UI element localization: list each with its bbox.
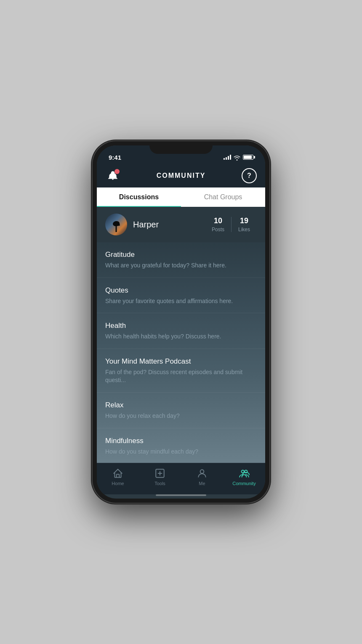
wifi-icon <box>234 155 240 160</box>
tab-discussions[interactable]: Discussions <box>97 187 181 207</box>
discussion-title: Your Mind Matters Podcast <box>105 357 257 366</box>
list-item[interactable]: Your Mind Matters Podcast Fan of the pod… <box>97 349 265 393</box>
discussion-subtitle: What are you grateful for today? Share i… <box>105 261 257 270</box>
nav-item-community[interactable]: Community <box>223 467 265 486</box>
home-bar <box>156 494 206 496</box>
phone-device: 9:41 <box>93 141 269 503</box>
svg-point-2 <box>242 470 245 473</box>
me-label: Me <box>199 481 205 486</box>
tools-icon <box>154 467 166 479</box>
discussion-subtitle: Which health habits help you? Discuss he… <box>105 333 257 341</box>
discussion-subtitle: How do you stay mindful each day? <box>105 448 257 456</box>
list-item[interactable]: Mindfulness How do you stay mindful each… <box>97 428 265 463</box>
notification-badge <box>114 169 120 174</box>
discussion-title: Health <box>105 322 257 330</box>
posts-label: Posts <box>212 227 224 232</box>
tab-bar: Discussions Chat Groups <box>97 187 265 207</box>
notch <box>149 141 213 154</box>
list-item[interactable]: Relax How do you relax each day? <box>97 393 265 428</box>
signal-icon <box>224 155 231 160</box>
status-time: 9:41 <box>109 154 121 161</box>
svg-point-1 <box>200 470 204 473</box>
community-label: Community <box>232 481 256 486</box>
tools-label: Tools <box>154 481 165 486</box>
community-icon <box>238 467 250 479</box>
likes-label: Likes <box>238 227 250 232</box>
nav-item-me[interactable]: Me <box>181 467 223 486</box>
status-icons <box>224 155 253 160</box>
discussion-title: Relax <box>105 401 257 409</box>
me-icon <box>196 467 208 479</box>
list-item[interactable]: Health Which health habits help you? Dis… <box>97 313 265 349</box>
nav-item-home[interactable]: Home <box>97 467 139 486</box>
user-name: Harper <box>133 220 205 230</box>
discussion-title: Gratitude <box>105 251 257 259</box>
help-icon: ? <box>247 172 251 179</box>
nav-item-tools[interactable]: Tools <box>139 467 181 486</box>
home-label: Home <box>112 481 124 486</box>
user-stats: 10 Posts 19 Likes <box>205 216 257 233</box>
posts-count: 10 <box>212 216 224 225</box>
discussion-subtitle: Fan of the pod? Discuss recent episodes … <box>105 368 257 385</box>
avatar-image <box>105 214 127 235</box>
discussion-list: Gratitude What are you grateful for toda… <box>97 242 265 463</box>
bottom-nav: Home Tools <box>97 463 265 494</box>
battery-icon <box>243 155 253 160</box>
list-item[interactable]: Quotes Share your favorite quotes and af… <box>97 278 265 314</box>
help-button[interactable]: ? <box>242 168 257 183</box>
likes-stat: 19 Likes <box>232 216 257 233</box>
user-profile: Harper 10 Posts 19 Likes <box>97 207 265 242</box>
phone-screen: 9:41 <box>97 145 265 499</box>
discussion-subtitle: Share your favorite quotes and affirmati… <box>105 297 257 306</box>
discussion-subtitle: How do you relax each day? <box>105 412 257 420</box>
content-wrapper: COMMUNITY ? Discussions Chat Groups <box>97 164 265 499</box>
likes-count: 19 <box>238 216 250 225</box>
tab-chat-groups[interactable]: Chat Groups <box>181 187 265 207</box>
avatar <box>105 214 127 235</box>
discussion-title: Mindfulness <box>105 437 257 445</box>
list-item[interactable]: Gratitude What are you grateful for toda… <box>97 242 265 278</box>
notification-button[interactable] <box>105 168 120 183</box>
header: COMMUNITY ? <box>97 164 265 187</box>
header-title: COMMUNITY <box>157 172 206 179</box>
posts-stat: 10 Posts <box>205 216 231 233</box>
discussion-title: Quotes <box>105 286 257 295</box>
home-icon <box>112 467 124 479</box>
